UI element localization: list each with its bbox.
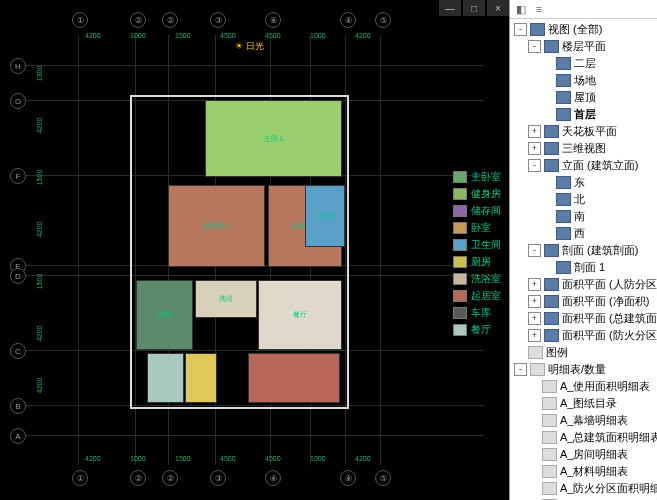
view-icon [544, 142, 559, 155]
expand-icon[interactable]: + [528, 278, 541, 291]
view-icon [544, 244, 559, 257]
tree-node[interactable]: +三维视图 [510, 140, 657, 157]
schedule-icon [542, 465, 557, 478]
dimension-text: 1300 [36, 66, 43, 82]
schedule-icon [542, 397, 557, 410]
tree-spacer [542, 75, 553, 86]
dimension-text: 4200 [36, 118, 43, 134]
tree-spacer [528, 381, 539, 392]
grid-bubble: ④ [340, 470, 356, 486]
expand-icon[interactable]: + [528, 295, 541, 308]
tree-node[interactable]: 西 [510, 225, 657, 242]
legend-label: 卧室 [471, 221, 491, 235]
tree-node[interactable]: A_材料明细表 [510, 463, 657, 480]
tree-spacer [528, 449, 539, 460]
tree-label: 屋顶 [574, 90, 596, 105]
tree-node[interactable]: -视图 (全部) [510, 21, 657, 38]
legend-label: 主卧室 [471, 170, 501, 184]
tree-node[interactable]: A_房间明细表 [510, 446, 657, 463]
tree-node[interactable]: -剖面 (建筑剖面) [510, 242, 657, 259]
schedule-icon [528, 346, 543, 359]
grid-bubble: D [10, 268, 26, 284]
close-button[interactable]: × [487, 0, 509, 16]
dimension-text: 1000 [130, 32, 146, 39]
grid-bubble: ③ [210, 12, 226, 28]
view-icon [556, 176, 571, 189]
view-icon [530, 23, 545, 36]
tree-node[interactable]: 剖面 1 [510, 259, 657, 276]
tree-node[interactable]: +面积平面 (防火分区面积) [510, 327, 657, 344]
tree-node[interactable]: 南 [510, 208, 657, 225]
collapse-icon[interactable]: - [528, 40, 541, 53]
view-icon [544, 278, 559, 291]
legend-label: 健身房 [471, 187, 501, 201]
legend-swatch [453, 273, 467, 285]
maximize-button[interactable]: □ [463, 0, 485, 16]
tree-node[interactable]: 东 [510, 174, 657, 191]
dimension-text: 4200 [85, 455, 101, 462]
tree-label: 剖面 (建筑剖面) [562, 243, 638, 258]
dimension-text: 4500 [265, 32, 281, 39]
collapse-icon[interactable]: - [514, 23, 527, 36]
tree-node[interactable]: +面积平面 (人防分区面积) [510, 276, 657, 293]
grid-bubble: G [10, 93, 26, 109]
tree-node[interactable]: A_幕墙明细表 [510, 412, 657, 429]
dimension-text: 4200 [355, 32, 371, 39]
tree-node[interactable]: -楼层平面 [510, 38, 657, 55]
minimize-button[interactable]: — [439, 0, 461, 16]
expand-icon[interactable]: + [528, 142, 541, 155]
tree-node[interactable]: 图例 [510, 344, 657, 361]
tree-spacer [542, 58, 553, 69]
legend-swatch [453, 290, 467, 302]
collapse-icon[interactable]: - [528, 159, 541, 172]
tree-label: 楼层平面 [562, 39, 606, 54]
expand-icon[interactable]: + [528, 125, 541, 138]
legend-item: 车库 [453, 306, 501, 320]
tree-node[interactable]: 屋顶 [510, 89, 657, 106]
sun-path-icon[interactable]: ☀ 日光 [235, 40, 264, 53]
tree-node[interactable]: A_防火分区面积明细表 [510, 480, 657, 497]
dimension-text: 1500 [175, 32, 191, 39]
browser-collapse-icon[interactable]: ◧ [514, 2, 528, 16]
tree-node[interactable]: 北 [510, 191, 657, 208]
expand-icon[interactable]: + [528, 312, 541, 325]
browser-menu-icon[interactable]: ≡ [532, 2, 546, 16]
tree-node[interactable]: 场地 [510, 72, 657, 89]
tree-label: 南 [574, 209, 585, 224]
grid-bubble: ④ [340, 12, 356, 28]
tree-node[interactable]: 二层 [510, 55, 657, 72]
grid-bubble: ① [72, 470, 88, 486]
tree-label: 二层 [574, 56, 596, 71]
tree-node[interactable]: A_使用面积明细表 [510, 378, 657, 395]
legend-item: 健身房 [453, 187, 501, 201]
tree-spacer [542, 211, 553, 222]
tree-label: 面积平面 (人防分区面积) [562, 277, 657, 292]
tree-spacer [528, 398, 539, 409]
view-icon [556, 91, 571, 104]
tree-label: 面积平面 (总建筑面积) [562, 311, 657, 326]
dimension-text: 4200 [36, 222, 43, 238]
legend-swatch [453, 188, 467, 200]
tree-node[interactable]: A_图纸目录 [510, 395, 657, 412]
tree-node[interactable]: -明细表/数量 [510, 361, 657, 378]
legend-item: 厨房 [453, 255, 501, 269]
tree-label: A_使用面积明细表 [560, 379, 650, 394]
tree-node[interactable]: 首层 [510, 106, 657, 123]
legend-label: 起居室 [471, 289, 501, 303]
tree-node[interactable]: +天花板平面 [510, 123, 657, 140]
legend-label: 储存间 [471, 204, 501, 218]
view-icon [544, 295, 559, 308]
project-browser[interactable]: ◧ ≡ -视图 (全部)-楼层平面二层场地屋顶首层+天花板平面+三维视图-立面 … [509, 0, 657, 500]
collapse-icon[interactable]: - [514, 363, 527, 376]
legend-item: 卫生间 [453, 238, 501, 252]
tree-node[interactable]: A_总建筑面积明细表 [510, 429, 657, 446]
view-icon [556, 210, 571, 223]
tree-node[interactable]: +面积平面 (净面积) [510, 293, 657, 310]
tree-node[interactable]: +面积平面 (总建筑面积) [510, 310, 657, 327]
dimension-text: 1000 [310, 455, 326, 462]
collapse-icon[interactable]: - [528, 244, 541, 257]
drawing-canvas[interactable]: — □ × ①①②②②②③③④④④④⑤⑤HGFEDCBA420042001000… [0, 0, 509, 500]
project-tree[interactable]: -视图 (全部)-楼层平面二层场地屋顶首层+天花板平面+三维视图-立面 (建筑立… [510, 19, 657, 500]
expand-icon[interactable]: + [528, 329, 541, 342]
tree-node[interactable]: -立面 (建筑立面) [510, 157, 657, 174]
